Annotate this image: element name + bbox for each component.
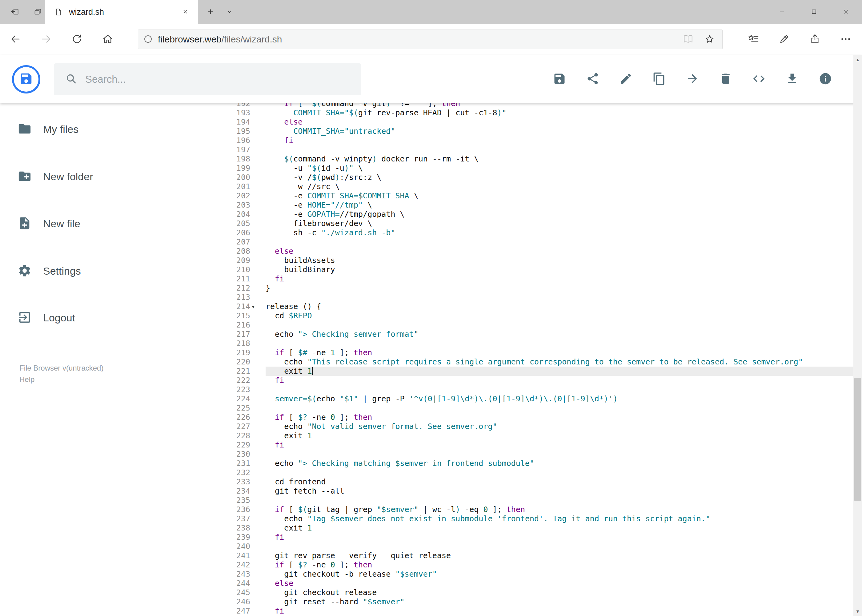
code-text[interactable]: else bbox=[266, 247, 862, 256]
code-line[interactable]: 207 bbox=[199, 237, 862, 247]
code-line[interactable]: 222 fi bbox=[199, 376, 862, 385]
tabs-set-aside-button[interactable] bbox=[31, 0, 45, 24]
code-text[interactable] bbox=[266, 145, 862, 154]
code-text[interactable] bbox=[266, 449, 862, 459]
more-options-button[interactable] bbox=[834, 24, 857, 55]
sidebar-item-settings[interactable]: Settings bbox=[0, 256, 199, 286]
code-line[interactable]: 208 else bbox=[199, 247, 862, 256]
scroll-up-arrow-icon[interactable]: ▲ bbox=[853, 55, 862, 64]
fold-open-marker-icon[interactable]: ▾ bbox=[251, 302, 255, 311]
add-favorite-button[interactable] bbox=[703, 32, 717, 46]
share-button[interactable] bbox=[584, 71, 601, 88]
code-text[interactable]: buildBinary bbox=[266, 265, 862, 274]
code-text[interactable]: fi bbox=[266, 136, 862, 145]
code-text[interactable] bbox=[266, 293, 862, 302]
search-input[interactable] bbox=[85, 73, 331, 85]
code-line[interactable]: 214▾release () { bbox=[199, 302, 862, 311]
code-line[interactable]: 215 cd $REPO bbox=[199, 311, 862, 321]
tab-close-button[interactable] bbox=[179, 6, 192, 19]
code-line[interactable]: 209 buildAssets bbox=[199, 256, 862, 265]
code-text[interactable]: fi bbox=[266, 274, 862, 284]
code-text[interactable]: COMMIT_SHA="$(git rev-parse HEAD | cut -… bbox=[266, 108, 862, 118]
search-box[interactable] bbox=[54, 63, 361, 95]
code-line[interactable]: 212} bbox=[199, 284, 862, 293]
code-line[interactable]: 195 COMMIT_SHA="untracked" bbox=[199, 127, 862, 136]
code-line[interactable]: 223 bbox=[199, 385, 862, 394]
scrollbar[interactable]: ▲ ▼ bbox=[853, 55, 862, 616]
code-text[interactable]: if [ $# -ne 1 ]; then bbox=[266, 348, 862, 357]
move-button[interactable] bbox=[684, 71, 701, 88]
code-text[interactable]: if [ $(git tag | grep "$semver" | wc -l)… bbox=[266, 505, 862, 514]
code-text[interactable]: git rev-parse --verify --quiet release bbox=[266, 551, 862, 560]
refresh-button[interactable] bbox=[61, 24, 92, 55]
code-line[interactable]: 228 exit 1 bbox=[199, 431, 862, 440]
code-line[interactable]: 225 bbox=[199, 404, 862, 413]
rename-button[interactable] bbox=[617, 71, 635, 88]
code-text[interactable]: semver=$(echo "$1" | grep -P '^v(0|[1-9]… bbox=[266, 394, 862, 404]
code-line[interactable]: 219 if [ $# -ne 1 ]; then bbox=[199, 348, 862, 357]
code-line[interactable]: 213 bbox=[199, 293, 862, 302]
code-text[interactable]: else bbox=[266, 118, 862, 127]
code-line[interactable]: 194 else bbox=[199, 118, 862, 127]
code-text[interactable]: fi bbox=[266, 607, 862, 616]
code-line[interactable]: 192 if [ "$(command -v git)" != "" ]; th… bbox=[199, 103, 862, 108]
home-button[interactable] bbox=[92, 24, 123, 55]
code-line[interactable]: 196 fi bbox=[199, 136, 862, 145]
code-line[interactable]: 211 fi bbox=[199, 274, 862, 284]
code-line[interactable]: 210 buildBinary bbox=[199, 265, 862, 274]
code-text[interactable] bbox=[266, 468, 862, 477]
code-line[interactable]: 216 bbox=[199, 321, 862, 330]
code-text[interactable]: echo "> Checking semver format" bbox=[266, 330, 862, 339]
code-line[interactable]: 239 fi bbox=[199, 533, 862, 542]
code-line[interactable]: 246 git reset --hard "$semver" bbox=[199, 597, 862, 607]
code-line[interactable]: 199 -u "$(id -u)" \ bbox=[199, 163, 862, 173]
code-text[interactable]: if [ $? -ne 0 ]; then bbox=[266, 560, 862, 570]
code-line[interactable]: 232 bbox=[199, 468, 862, 477]
code-text[interactable]: echo "Not valid semver format. See semve… bbox=[266, 422, 862, 431]
code-text[interactable]: if [ "$(command -v git)" != "" ]; then bbox=[266, 103, 862, 108]
code-text[interactable] bbox=[266, 542, 862, 551]
code-line[interactable]: 236 if [ $(git tag | grep "$semver" | wc… bbox=[199, 505, 862, 514]
copy-button[interactable] bbox=[651, 71, 668, 88]
code-line[interactable]: 243 git checkout -b release "$semver" bbox=[199, 570, 862, 579]
code-line[interactable]: 227 echo "Not valid semver format. See s… bbox=[199, 422, 862, 431]
code-text[interactable]: -v /$(pwd):/src:z \ bbox=[266, 173, 862, 182]
code-line[interactable]: 247 fi bbox=[199, 607, 862, 616]
code-line[interactable]: 235 bbox=[199, 496, 862, 505]
code-line[interactable]: 237 echo "Tag $semver does not exist in … bbox=[199, 514, 862, 523]
code-text[interactable]: echo "> Checking matching $semver in fro… bbox=[266, 459, 862, 468]
set-aside-tabs-button[interactable] bbox=[8, 0, 22, 24]
code-text[interactable]: cd frontend bbox=[266, 477, 862, 487]
new-tab-button[interactable] bbox=[202, 0, 219, 24]
code-editor[interactable]: 192 if [ "$(command -v git)" != "" ]; th… bbox=[199, 103, 862, 616]
code-text[interactable]: fi bbox=[266, 440, 862, 449]
hub-favorites-button[interactable] bbox=[742, 24, 765, 55]
sidebar-item-new-folder[interactable]: New folder bbox=[0, 161, 199, 192]
code-text[interactable]: git reset --hard "$semver" bbox=[266, 597, 862, 607]
code-text[interactable]: exit 1 bbox=[266, 431, 862, 440]
code-text[interactable] bbox=[266, 404, 862, 413]
code-line[interactable]: 224 semver=$(echo "$1" | grep -P '^v(0|[… bbox=[199, 394, 862, 404]
forward-button[interactable] bbox=[31, 24, 61, 55]
sidebar-item-logout[interactable]: Logout bbox=[0, 302, 199, 333]
help-link[interactable]: Help bbox=[19, 375, 35, 383]
code-text[interactable]: -e COMMIT_SHA=$COMMIT_SHA \ bbox=[266, 191, 862, 201]
code-text[interactable]: $(command -v winpty) docker run --rm -it… bbox=[266, 154, 862, 163]
code-line[interactable]: 203 -e HOME="//tmp" \ bbox=[199, 201, 862, 210]
code-line[interactable]: 220 echo "This release script requires a… bbox=[199, 357, 862, 366]
sidebar-item-new-file[interactable]: New file bbox=[0, 208, 199, 239]
code-text[interactable]: release () { bbox=[266, 302, 862, 311]
code-line[interactable]: 242 if [ $? -ne 0 ]; then bbox=[199, 560, 862, 570]
code-line[interactable]: 244 else bbox=[199, 579, 862, 588]
code-text[interactable]: -e HOME="//tmp" \ bbox=[266, 201, 862, 210]
share-page-button[interactable] bbox=[803, 24, 827, 55]
browser-tab[interactable]: wizard.sh bbox=[45, 0, 198, 24]
code-text[interactable] bbox=[266, 496, 862, 505]
code-text[interactable]: else bbox=[266, 579, 862, 588]
code-line[interactable]: 197 bbox=[199, 145, 862, 154]
sidebar-item-my-files[interactable]: My files bbox=[0, 114, 199, 145]
code-line[interactable]: 233 cd frontend bbox=[199, 477, 862, 487]
delete-button[interactable] bbox=[717, 71, 734, 88]
code-text[interactable] bbox=[266, 237, 862, 247]
code-text[interactable]: fi bbox=[266, 533, 862, 542]
